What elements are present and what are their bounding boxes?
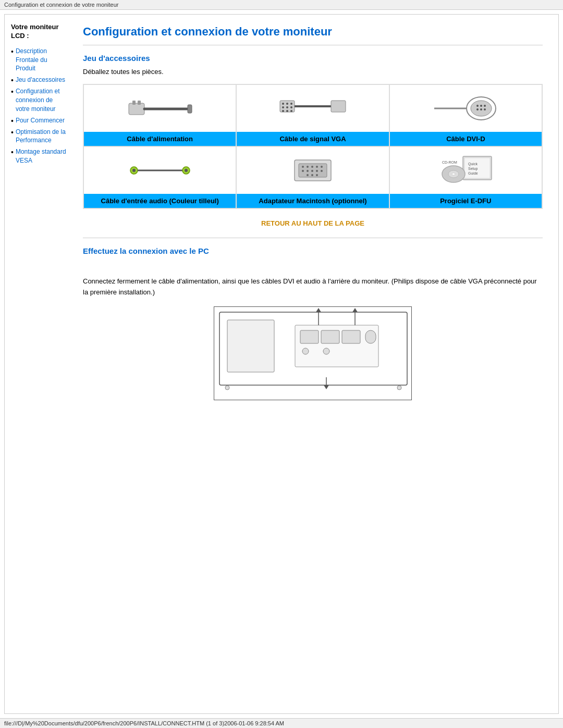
divider-2 [83,238,543,238]
sidebar-item-accessoires[interactable]: • Jeu d'accessoires [11,76,68,84]
return-link[interactable]: RETOUR AU HAUT DE LA PAGE [83,219,543,227]
accessory-macintosh: Adaptateur Macintosh (optionnel) [236,146,389,208]
svg-point-19 [484,105,486,107]
vga-cable-svg [279,90,347,127]
diagram-container [83,306,543,400]
svg-point-5 [282,103,284,105]
svg-point-10 [290,106,292,108]
svg-point-37 [316,170,318,172]
svg-rect-52 [227,320,274,372]
bullet-icon: • [11,148,14,156]
audio-cable-image [84,147,236,194]
svg-point-8 [282,106,284,108]
bullet-icon: • [11,88,14,96]
svg-point-66 [225,386,229,390]
svg-point-32 [316,166,318,168]
svg-point-11 [282,110,284,112]
svg-point-20 [476,108,479,110]
status-bar: file:///D|/My%20Documents/dfu/200P6/fren… [0,718,563,728]
sidebar-item-description[interactable]: • Description Frontale du Produit [11,47,68,73]
power-cable-label: Câble d'alimentation [84,132,236,146]
bullet-icon: • [11,76,14,84]
power-cable-image [84,85,236,132]
browser-title: Configuration et connexion de votre moni… [4,2,119,8]
svg-point-21 [480,108,482,110]
accessory-audio-cable: Câble d'entrée audio (Couleur tilleul) [83,146,236,208]
sidebar-item-optimisation[interactable]: • Optimisation de la Performance [11,128,68,145]
sidebar-link-configuration[interactable]: Configuration et connexion de votre moni… [16,87,68,113]
svg-rect-56 [300,330,319,343]
accessory-power-cable: Câble d'alimentation [83,84,236,146]
monitor-diagram-svg [214,307,412,400]
audio-cable-svg [126,152,194,189]
macintosh-svg [279,152,347,189]
svg-point-22 [484,108,486,110]
accessories-grid: Câble d'alimentation [83,84,543,209]
svg-rect-59 [365,330,376,343]
connection-title: Effectuez la connexion avec le PC [83,246,543,255]
svg-point-38 [321,170,323,172]
dvi-cable-image [390,85,542,132]
svg-point-26 [185,169,188,172]
sidebar-link-optimisation[interactable]: Optimisation de la Performance [16,128,68,145]
software-image: Quick Setup Guide CD-ROM [390,147,542,194]
svg-rect-0 [129,103,144,115]
svg-point-30 [307,166,309,168]
svg-point-33 [321,166,323,168]
svg-rect-3 [188,105,192,113]
svg-point-29 [302,166,304,168]
sidebar-title: Votre moniteur LCD : [11,23,68,41]
svg-point-9 [286,106,288,108]
svg-rect-14 [331,101,346,112]
svg-point-12 [286,110,288,112]
sidebar-link-montage[interactable]: Montage standard VESA [16,147,68,165]
accessories-section: Jeu d'accessoires Déballez toutes les pi… [83,54,543,227]
svg-point-67 [397,386,401,390]
sidebar-link-commencer[interactable]: Pour Commencer [16,116,65,125]
macintosh-label: Adaptateur Macintosh (optionnel) [237,194,388,208]
accessories-title: Jeu d'accessoires [83,54,543,63]
return-link-text[interactable]: RETOUR AU HAUT DE LA PAGE [261,219,364,227]
svg-point-60 [302,348,309,354]
svg-rect-2 [138,101,141,105]
audio-cable-label: Câble d'entrée audio (Couleur tilleul) [84,194,236,208]
software-label: Progiciel E-DFU [390,194,542,208]
svg-point-13 [290,110,292,112]
svg-point-39 [307,174,309,176]
svg-point-31 [311,166,313,168]
svg-point-49 [452,173,455,175]
svg-text:Setup: Setup [468,167,478,171]
svg-point-41 [316,174,318,176]
divider-1 [83,45,543,45]
sidebar: Votre moniteur LCD : • Description Front… [5,15,72,713]
accessories-intro: Déballez toutes les pièces. [83,68,543,76]
monitor-diagram [214,306,412,400]
content-area: Configuration et connexion de votre moni… [72,15,558,713]
accessory-dvi-cable: Câble DVI-D [389,84,542,146]
svg-point-61 [323,348,329,354]
svg-point-24 [132,169,136,172]
software-svg: Quick Setup Guide CD-ROM [432,152,499,189]
status-bar-text: file:///D|/My%20Documents/dfu/200P6/fren… [4,720,284,726]
macintosh-image [237,147,388,194]
svg-marker-63 [324,385,329,389]
dvi-cable-label: Câble DVI-D [390,132,542,146]
svg-point-6 [286,103,288,105]
svg-point-17 [476,105,479,107]
svg-point-36 [311,170,313,172]
connection-text: Connectez fermement le câble d'alimentat… [83,276,543,298]
main-content: Votre moniteur LCD : • Description Front… [4,14,559,714]
sidebar-link-description[interactable]: Description Frontale du Produit [16,47,68,73]
svg-point-40 [311,174,313,176]
sidebar-item-montage[interactable]: • Montage standard VESA [11,147,68,165]
svg-text:CD-ROM: CD-ROM [442,161,457,164]
sidebar-item-configuration[interactable]: • Configuration et connexion de votre mo… [11,87,68,113]
sidebar-item-commencer[interactable]: • Pour Commencer [11,116,68,125]
svg-text:Quick: Quick [468,162,478,166]
svg-rect-1 [132,101,136,105]
sidebar-link-accessoires[interactable]: Jeu d'accessoires [16,76,65,84]
bullet-icon: • [11,128,14,137]
svg-point-35 [307,170,309,172]
svg-rect-58 [342,330,360,343]
vga-cable-image [237,85,388,132]
